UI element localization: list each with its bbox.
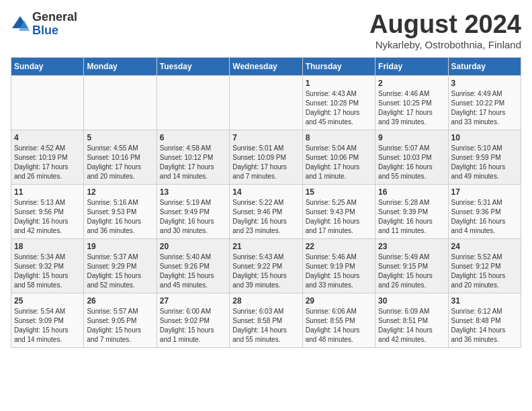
calendar-cell: 11Sunrise: 5:13 AM Sunset: 9:56 PM Dayli… — [11, 184, 84, 238]
logo-text: General Blue — [32, 11, 77, 38]
day-info: Sunrise: 5:04 AM Sunset: 10:06 PM Daylig… — [306, 144, 372, 181]
day-info: Sunrise: 5:34 AM Sunset: 9:32 PM Dayligh… — [14, 253, 81, 290]
calendar-cell: 4Sunrise: 4:52 AM Sunset: 10:19 PM Dayli… — [11, 130, 84, 184]
day-info: Sunrise: 5:54 AM Sunset: 9:09 PM Dayligh… — [14, 307, 81, 345]
calendar-cell: 13Sunrise: 5:19 AM Sunset: 9:49 PM Dayli… — [157, 184, 229, 238]
logo-icon — [11, 15, 30, 34]
day-info: Sunrise: 5:46 AM Sunset: 9:19 PM Dayligh… — [306, 253, 372, 290]
calendar-cell: 21Sunrise: 5:43 AM Sunset: 9:22 PM Dayli… — [230, 238, 302, 293]
location-subtitle: Nykarleby, Ostrobothnia, Finland — [369, 39, 521, 50]
calendar-cell — [230, 75, 302, 130]
day-number: 18 — [14, 242, 81, 251]
day-number: 19 — [87, 242, 153, 251]
title-block: August 2024 Nykarleby, Ostrobothnia, Fin… — [369, 11, 521, 50]
day-number: 2 — [378, 79, 445, 88]
calendar-cell: 7Sunrise: 5:01 AM Sunset: 10:09 PM Dayli… — [230, 130, 302, 184]
calendar-table: Sunday Monday Tuesday Wednesday Thursday… — [11, 57, 521, 348]
calendar-week-2: 4Sunrise: 4:52 AM Sunset: 10:19 PM Dayli… — [11, 130, 521, 184]
day-info: Sunrise: 5:31 AM Sunset: 9:36 PM Dayligh… — [451, 198, 518, 236]
day-number: 7 — [232, 133, 299, 142]
day-info: Sunrise: 6:00 AM Sunset: 9:02 PM Dayligh… — [160, 307, 226, 345]
calendar-cell: 3Sunrise: 4:49 AM Sunset: 10:22 PM Dayli… — [448, 75, 521, 130]
day-number: 23 — [378, 242, 445, 251]
day-info: Sunrise: 5:37 AM Sunset: 9:29 PM Dayligh… — [87, 253, 153, 290]
day-info: Sunrise: 4:46 AM Sunset: 10:25 PM Daylig… — [378, 89, 445, 127]
col-sunday: Sunday — [11, 57, 84, 75]
day-number: 14 — [232, 187, 299, 197]
day-info: Sunrise: 5:49 AM Sunset: 9:15 PM Dayligh… — [378, 253, 445, 290]
col-friday: Friday — [375, 57, 448, 75]
day-number: 24 — [451, 242, 518, 251]
day-info: Sunrise: 5:13 AM Sunset: 9:56 PM Dayligh… — [14, 198, 81, 236]
day-number: 4 — [14, 133, 81, 142]
calendar-cell: 23Sunrise: 5:49 AM Sunset: 9:15 PM Dayli… — [375, 238, 448, 293]
calendar-cell: 25Sunrise: 5:54 AM Sunset: 9:09 PM Dayli… — [11, 293, 84, 347]
calendar-week-4: 18Sunrise: 5:34 AM Sunset: 9:32 PM Dayli… — [11, 238, 521, 293]
day-info: Sunrise: 5:25 AM Sunset: 9:43 PM Dayligh… — [306, 198, 372, 236]
day-info: Sunrise: 5:10 AM Sunset: 9:59 PM Dayligh… — [451, 144, 518, 181]
day-number: 13 — [160, 187, 226, 197]
page-header: General Blue August 2024 Nykarleby, Ostr… — [11, 11, 521, 50]
day-number: 22 — [306, 242, 372, 251]
day-info: Sunrise: 4:43 AM Sunset: 10:28 PM Daylig… — [306, 89, 372, 127]
calendar-cell: 1Sunrise: 4:43 AM Sunset: 10:28 PM Dayli… — [302, 75, 375, 130]
calendar-cell: 22Sunrise: 5:46 AM Sunset: 9:19 PM Dayli… — [302, 238, 375, 293]
day-number: 29 — [306, 296, 372, 306]
calendar-cell: 19Sunrise: 5:37 AM Sunset: 9:29 PM Dayli… — [84, 238, 157, 293]
day-number: 26 — [87, 296, 153, 306]
day-number: 12 — [87, 187, 153, 197]
calendar-body: 1Sunrise: 4:43 AM Sunset: 10:28 PM Dayli… — [11, 75, 521, 347]
day-number: 6 — [160, 133, 226, 142]
calendar-cell: 14Sunrise: 5:22 AM Sunset: 9:46 PM Dayli… — [230, 184, 302, 238]
day-number: 11 — [14, 187, 81, 197]
day-number: 1 — [306, 79, 372, 88]
calendar-cell — [157, 75, 229, 130]
day-info: Sunrise: 4:58 AM Sunset: 10:12 PM Daylig… — [160, 144, 226, 181]
logo-general: General — [32, 11, 77, 24]
day-number: 9 — [378, 133, 445, 142]
col-thursday: Thursday — [302, 57, 375, 75]
calendar-cell: 12Sunrise: 5:16 AM Sunset: 9:53 PM Dayli… — [84, 184, 157, 238]
col-monday: Monday — [84, 57, 157, 75]
calendar-week-3: 11Sunrise: 5:13 AM Sunset: 9:56 PM Dayli… — [11, 184, 521, 238]
day-info: Sunrise: 6:09 AM Sunset: 8:51 PM Dayligh… — [378, 307, 445, 345]
day-number: 20 — [160, 242, 226, 251]
day-number: 27 — [160, 296, 226, 306]
day-number: 17 — [451, 187, 518, 197]
logo-blue: Blue — [32, 24, 77, 38]
calendar-cell: 2Sunrise: 4:46 AM Sunset: 10:25 PM Dayli… — [375, 75, 448, 130]
day-info: Sunrise: 5:40 AM Sunset: 9:26 PM Dayligh… — [160, 253, 226, 290]
calendar-cell: 28Sunrise: 6:03 AM Sunset: 8:58 PM Dayli… — [230, 293, 302, 347]
day-number: 16 — [378, 187, 445, 197]
day-info: Sunrise: 5:19 AM Sunset: 9:49 PM Dayligh… — [160, 198, 226, 236]
day-number: 31 — [451, 296, 518, 306]
calendar-cell — [11, 75, 84, 130]
calendar-cell: 24Sunrise: 5:52 AM Sunset: 9:12 PM Dayli… — [448, 238, 521, 293]
calendar-cell: 30Sunrise: 6:09 AM Sunset: 8:51 PM Dayli… — [375, 293, 448, 347]
day-info: Sunrise: 4:52 AM Sunset: 10:19 PM Daylig… — [14, 144, 81, 181]
calendar-cell: 27Sunrise: 6:00 AM Sunset: 9:02 PM Dayli… — [157, 293, 229, 347]
calendar-cell: 8Sunrise: 5:04 AM Sunset: 10:06 PM Dayli… — [302, 130, 375, 184]
day-info: Sunrise: 5:16 AM Sunset: 9:53 PM Dayligh… — [87, 198, 153, 236]
calendar-cell: 10Sunrise: 5:10 AM Sunset: 9:59 PM Dayli… — [448, 130, 521, 184]
calendar-week-1: 1Sunrise: 4:43 AM Sunset: 10:28 PM Dayli… — [11, 75, 521, 130]
day-info: Sunrise: 5:52 AM Sunset: 9:12 PM Dayligh… — [451, 253, 518, 290]
calendar-cell: 20Sunrise: 5:40 AM Sunset: 9:26 PM Dayli… — [157, 238, 229, 293]
day-info: Sunrise: 5:43 AM Sunset: 9:22 PM Dayligh… — [232, 253, 299, 290]
day-info: Sunrise: 4:49 AM Sunset: 10:22 PM Daylig… — [451, 89, 518, 127]
day-info: Sunrise: 5:01 AM Sunset: 10:09 PM Daylig… — [232, 144, 299, 181]
col-wednesday: Wednesday — [230, 57, 302, 75]
day-info: Sunrise: 5:28 AM Sunset: 9:39 PM Dayligh… — [378, 198, 445, 236]
calendar-header: Sunday Monday Tuesday Wednesday Thursday… — [11, 57, 521, 75]
calendar-cell: 15Sunrise: 5:25 AM Sunset: 9:43 PM Dayli… — [302, 184, 375, 238]
day-number: 5 — [87, 133, 153, 142]
day-number: 25 — [14, 296, 81, 306]
day-info: Sunrise: 5:07 AM Sunset: 10:03 PM Daylig… — [378, 144, 445, 181]
day-info: Sunrise: 6:03 AM Sunset: 8:58 PM Dayligh… — [232, 307, 299, 345]
calendar-cell — [84, 75, 157, 130]
day-info: Sunrise: 4:55 AM Sunset: 10:16 PM Daylig… — [87, 144, 153, 181]
calendar-cell: 9Sunrise: 5:07 AM Sunset: 10:03 PM Dayli… — [375, 130, 448, 184]
calendar-cell: 17Sunrise: 5:31 AM Sunset: 9:36 PM Dayli… — [448, 184, 521, 238]
day-info: Sunrise: 6:12 AM Sunset: 8:48 PM Dayligh… — [451, 307, 518, 345]
calendar-cell: 6Sunrise: 4:58 AM Sunset: 10:12 PM Dayli… — [157, 130, 229, 184]
